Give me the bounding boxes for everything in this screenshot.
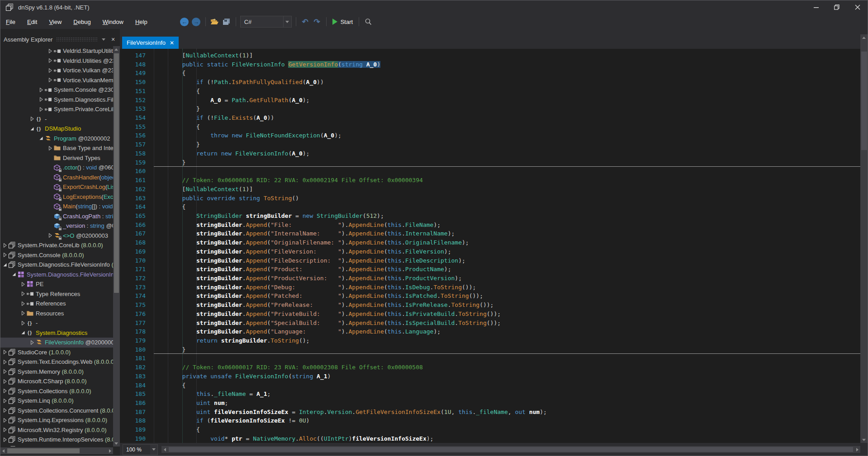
code-line[interactable]: 179 return stringBuilder.ToString(); <box>120 336 860 345</box>
expander-collapsed-icon[interactable] <box>2 398 8 404</box>
tab-close-icon[interactable]: ✕ <box>170 40 174 46</box>
tree-item[interactable]: StudioCore (1.0.0.0) <box>0 348 113 357</box>
close-button[interactable] <box>847 0 868 14</box>
tree-item[interactable]: System.Console (8.0.0.0) <box>0 250 113 260</box>
tree-item[interactable]: Vortice.VulkanMemoryAllocator <box>0 75 113 85</box>
menu-file[interactable]: File <box>0 16 21 28</box>
tree-item[interactable]: System.Private.CoreLib @23000000 <box>0 104 113 114</box>
menu-help[interactable]: Help <box>129 16 153 28</box>
tree-item[interactable]: Program @02000002 <box>0 134 113 144</box>
code-line[interactable]: 173 stringBuilder.Append("Debug: ").Appe… <box>120 283 860 292</box>
tree-item[interactable]: System.Diagnostics.FileVersionInfo <box>0 95 113 105</box>
code-line[interactable]: 183 private unsafe FileVersionInfo(strin… <box>120 372 860 381</box>
expander-collapsed-icon[interactable] <box>2 427 8 433</box>
tree-item[interactable]: System.Collections (8.0.0.0) <box>0 386 113 396</box>
tree-item[interactable]: References <box>0 299 113 309</box>
open-button[interactable] <box>209 16 221 28</box>
tree-item[interactable]: System.Console @23000000 <box>0 85 113 95</box>
tree-item[interactable]: <>O @02000003 <box>0 231 113 241</box>
code-line[interactable]: 184 { <box>120 381 860 390</box>
code-line[interactable]: 147 [NullableContext(1)] <box>120 51 860 60</box>
expander-expanded-icon[interactable] <box>11 271 17 277</box>
expander-collapsed-icon[interactable] <box>38 87 44 93</box>
tree-item[interactable]: System.Text.Encodings.Web (8.0.0.0) <box>0 357 113 367</box>
menu-view[interactable]: View <box>43 16 67 28</box>
expander-expanded-icon[interactable] <box>29 126 35 132</box>
expander-collapsed-icon[interactable] <box>2 349 8 355</box>
code-line[interactable]: 187 uint fileVersionInfoSizeEx = Interop… <box>120 408 860 417</box>
editor-vscroll-thumb[interactable] <box>861 52 867 150</box>
code-line[interactable]: 156 throw new FileNotFoundException(A_0)… <box>120 131 860 140</box>
tree-item[interactable]: System.Diagnostics.FileVersionInfo (8.0.… <box>0 260 113 270</box>
tree-item[interactable]: CrashLogPath : string @06000012 <box>0 212 113 221</box>
code-line[interactable]: 158 return new FileVersionInfo(A_0); <box>120 149 860 158</box>
code-line[interactable]: 159 } <box>120 158 860 167</box>
tree-item[interactable]: .cctor() : void @06000011 <box>0 163 113 173</box>
expander-collapsed-icon[interactable] <box>2 388 8 394</box>
scroll-left-icon[interactable] <box>161 447 168 453</box>
expander-collapsed-icon[interactable] <box>29 116 35 122</box>
expander-collapsed-icon[interactable] <box>38 106 44 113</box>
code-line[interactable]: 189 { <box>120 425 860 434</box>
expander-expanded-icon[interactable] <box>38 135 44 141</box>
tree-item[interactable]: Derived Types <box>0 153 113 163</box>
code-line[interactable]: 166 stringBuilder.Append("File: ").Appen… <box>120 221 860 230</box>
expander-collapsed-icon[interactable] <box>20 320 26 326</box>
expander-collapsed-icon[interactable] <box>2 378 8 385</box>
code-line[interactable]: 175 stringBuilder.Append("PreRelease: ")… <box>120 301 860 310</box>
restore-button[interactable] <box>826 0 847 14</box>
scroll-left-icon[interactable] <box>0 448 6 454</box>
scroll-up-icon[interactable] <box>113 46 119 52</box>
scroll-up-icon[interactable] <box>861 34 867 41</box>
code-line[interactable]: 185 this._fileName = A_1; <box>120 390 860 399</box>
undo-button[interactable]: ↶ <box>299 16 311 28</box>
menu-window[interactable]: Window <box>97 16 129 28</box>
tree-hscrollbar[interactable] <box>0 447 113 454</box>
code-line[interactable]: 164 { <box>120 202 860 212</box>
tree-item[interactable]: Base Type and Interfaces <box>0 143 113 153</box>
tree-item[interactable]: {}- <box>0 318 113 328</box>
code-line[interactable]: 190 void* ptr = NativeMemory.Alloc((UInt… <box>120 434 860 443</box>
code-line[interactable]: 171 stringBuilder.Append("Product: ").Ap… <box>120 265 860 274</box>
code-line[interactable]: 157 } <box>120 140 860 149</box>
expander-expanded-icon[interactable] <box>20 329 26 336</box>
code-line[interactable]: 174 stringBuilder.Append("Patched: ").Ap… <box>120 291 860 301</box>
code-line[interactable]: 188 if (fileVersionInfoSizeEx != 0U) <box>120 416 860 425</box>
tree-item[interactable]: {}System.Diagnostics <box>0 328 113 338</box>
panel-position-button[interactable] <box>100 35 108 43</box>
language-combobox[interactable]: C# <box>240 16 292 28</box>
code-line[interactable]: 149 { <box>120 69 860 78</box>
expander-collapsed-icon[interactable] <box>47 232 53 239</box>
minimize-button[interactable] <box>806 0 826 14</box>
tree-item[interactable]: LogExceptions(Exception) <box>0 192 113 202</box>
code-line[interactable]: 162 [NullableContext(1)] <box>120 185 860 194</box>
expander-collapsed-icon[interactable] <box>2 368 8 375</box>
tree-item[interactable]: Veldrid.Utilities @23000000 <box>0 56 113 66</box>
expander-collapsed-icon[interactable] <box>2 417 8 423</box>
tree-item[interactable]: Type References <box>0 289 113 299</box>
code-line[interactable]: 186 uint num; <box>120 399 860 408</box>
tree-item[interactable]: FileVersionInfo @02000004 <box>0 338 113 348</box>
back-button[interactable]: ← <box>179 16 190 28</box>
code-line[interactable]: 178 stringBuilder.Append("Language: ").A… <box>120 327 860 336</box>
panel-close-button[interactable]: ✕ <box>109 35 117 43</box>
editor-vscrollbar[interactable] <box>860 34 868 443</box>
search-button[interactable] <box>362 16 374 28</box>
code-line[interactable]: 170 stringBuilder.Append("FileDescriptio… <box>120 256 860 265</box>
code-line[interactable]: 172 stringBuilder.Append("ProductVersion… <box>120 274 860 283</box>
code-line[interactable]: 165 StringBuilder stringBuilder = new St… <box>120 212 860 221</box>
tree-item[interactable]: Microsoft.Win32.Registry (8.0.0.0) <box>0 425 113 435</box>
code-line[interactable]: 177 stringBuilder.Append("SpecialBuild: … <box>120 319 860 328</box>
tree-item[interactable]: System.Runtime.InteropServices (8.0.0.0) <box>0 435 113 445</box>
code-editor[interactable]: 147 [NullableContext(1)]148 public stati… <box>120 49 860 443</box>
expander-collapsed-icon[interactable] <box>20 310 26 316</box>
scroll-down-icon[interactable] <box>113 440 119 447</box>
save-all-button[interactable] <box>221 16 232 28</box>
expander-collapsed-icon[interactable] <box>47 145 53 151</box>
code-line[interactable]: 182 // Token: 0x06000017 RID: 23 RVA: 0x… <box>120 363 860 372</box>
tree-vscrollbar[interactable] <box>113 46 120 447</box>
tree-item[interactable]: {}- <box>0 114 113 124</box>
zoom-combobox[interactable]: 100 % <box>123 444 158 455</box>
expander-collapsed-icon[interactable] <box>20 301 26 307</box>
code-line[interactable]: 181 <box>120 354 860 363</box>
